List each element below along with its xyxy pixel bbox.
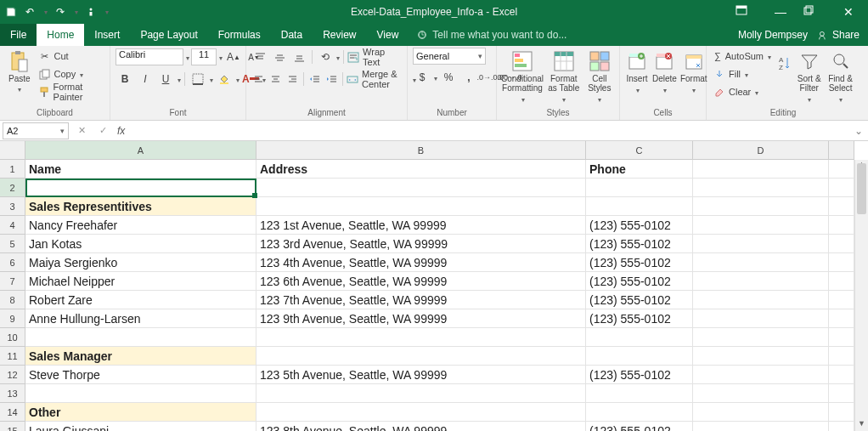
bold-button[interactable]: B bbox=[116, 71, 134, 88]
cell[interactable] bbox=[586, 179, 693, 197]
format-cells-button[interactable]: Format bbox=[680, 48, 707, 95]
undo-dropdown-icon[interactable] bbox=[42, 6, 48, 18]
cell[interactable] bbox=[693, 272, 829, 291]
user-name[interactable]: Molly Dempsey bbox=[738, 29, 808, 41]
paste-dropdown[interactable] bbox=[17, 84, 21, 94]
row-header-10[interactable]: 10 bbox=[0, 328, 25, 347]
paste-button[interactable]: Paste bbox=[5, 48, 34, 94]
cell[interactable]: Phone bbox=[586, 160, 693, 179]
row-header-4[interactable]: 4 bbox=[0, 216, 25, 235]
cell[interactable]: 123 4th Avenue, Seattle, WA 99999 bbox=[256, 253, 586, 272]
touch-mode-icon[interactable] bbox=[85, 6, 97, 18]
row-header-6[interactable]: 6 bbox=[0, 253, 25, 272]
cell[interactable] bbox=[829, 403, 854, 422]
cell[interactable]: Steve Thorpe bbox=[25, 366, 256, 384]
tab-data[interactable]: Data bbox=[271, 24, 313, 46]
row-header-9[interactable]: 9 bbox=[0, 309, 25, 328]
font-size-select[interactable]: 11 bbox=[191, 48, 217, 65]
align-middle-icon[interactable] bbox=[271, 48, 289, 65]
cell[interactable] bbox=[256, 347, 586, 366]
fill-color-dropdown[interactable] bbox=[235, 73, 240, 85]
cell[interactable] bbox=[586, 384, 693, 403]
copy-button[interactable]: Copy bbox=[37, 65, 104, 82]
comma-button[interactable]: , bbox=[459, 69, 478, 86]
cell[interactable] bbox=[693, 328, 829, 347]
cell[interactable] bbox=[829, 291, 854, 309]
row-header-8[interactable]: 8 bbox=[0, 291, 25, 309]
cell[interactable]: Maiya Sergienko bbox=[25, 253, 256, 272]
cell[interactable]: 123 8th Avenue, Seattle, WA 99999 bbox=[256, 422, 586, 431]
cell[interactable]: 123 3rd Avenue, Seattle, WA 99999 bbox=[256, 235, 586, 253]
tab-home[interactable]: Home bbox=[37, 24, 84, 46]
delete-cells-button[interactable]: Delete bbox=[652, 48, 677, 95]
cell[interactable]: 123 9th Avenue, Seattle, WA 99999 bbox=[256, 309, 586, 328]
cell[interactable] bbox=[829, 179, 854, 197]
format-table-button[interactable]: Format as Table bbox=[546, 48, 582, 105]
tab-page-layout[interactable]: Page Layout bbox=[130, 24, 207, 46]
format-painter-button[interactable]: Format Painter bbox=[37, 83, 104, 100]
save-icon[interactable] bbox=[5, 6, 17, 18]
col-header-e[interactable] bbox=[829, 141, 854, 160]
tab-view[interactable]: View bbox=[367, 24, 409, 46]
cell[interactable] bbox=[693, 347, 829, 366]
cell[interactable] bbox=[693, 291, 829, 309]
increase-font-icon[interactable]: A▲ bbox=[224, 48, 243, 65]
cell[interactable] bbox=[829, 347, 854, 366]
cell[interactable]: Other bbox=[25, 403, 256, 422]
cell[interactable] bbox=[693, 216, 829, 235]
cell[interactable] bbox=[25, 384, 256, 403]
clear-button[interactable]: Clear bbox=[712, 83, 773, 100]
cell[interactable]: (123) 555-0102 bbox=[586, 272, 693, 291]
formula-bar-expand-icon[interactable]: ⌄ bbox=[854, 125, 868, 137]
cell[interactable]: 123 5th Avenue, Seattle, WA 99999 bbox=[256, 366, 586, 384]
font-name-dropdown[interactable] bbox=[185, 51, 189, 63]
tab-file[interactable]: File bbox=[0, 24, 37, 46]
accounting-format-button[interactable]: $ bbox=[413, 69, 431, 86]
cell[interactable] bbox=[586, 197, 693, 216]
cell[interactable] bbox=[693, 422, 829, 431]
increase-indent-icon[interactable] bbox=[324, 71, 340, 88]
cell[interactable]: (123) 555-0102 bbox=[586, 235, 693, 253]
tab-review[interactable]: Review bbox=[313, 24, 366, 46]
row-header-3[interactable]: 3 bbox=[0, 197, 25, 216]
cell[interactable] bbox=[829, 253, 854, 272]
row-header-11[interactable]: 11 bbox=[0, 347, 25, 366]
accounting-dropdown[interactable] bbox=[433, 71, 437, 83]
font-name-select[interactable]: Calibri bbox=[116, 48, 183, 65]
borders-dropdown[interactable] bbox=[209, 73, 213, 85]
decrease-indent-icon[interactable] bbox=[307, 71, 323, 88]
cell[interactable] bbox=[829, 216, 854, 235]
borders-button[interactable] bbox=[189, 71, 207, 88]
increase-decimal-icon[interactable]: .0→.00 bbox=[480, 69, 499, 86]
tell-me-search[interactable]: Tell me what you want to do... bbox=[417, 24, 566, 46]
redo-icon[interactable]: ↷ bbox=[54, 6, 66, 18]
cell[interactable] bbox=[25, 328, 256, 347]
cell[interactable]: (123) 555-0102 bbox=[586, 216, 693, 235]
row-header-15[interactable]: 15 bbox=[0, 422, 25, 431]
maximize-icon[interactable] bbox=[803, 5, 826, 19]
cell[interactable]: Address bbox=[256, 160, 586, 179]
minimize-icon[interactable]: — bbox=[769, 5, 792, 19]
cell[interactable] bbox=[829, 384, 854, 403]
orientation-dropdown[interactable] bbox=[335, 51, 340, 63]
cell[interactable] bbox=[256, 328, 586, 347]
cell[interactable] bbox=[693, 403, 829, 422]
cell[interactable] bbox=[693, 160, 829, 179]
cell[interactable]: 123 1st Avenue, Seattle, WA 99999 bbox=[256, 216, 586, 235]
sort-filter-button[interactable]: Sort & Filter bbox=[795, 48, 823, 105]
cell[interactable] bbox=[829, 272, 854, 291]
percent-button[interactable]: % bbox=[439, 69, 458, 86]
cell[interactable] bbox=[693, 366, 829, 384]
cell[interactable] bbox=[256, 179, 586, 197]
cell[interactable]: (123) 555-0102 bbox=[586, 422, 693, 431]
col-header-b[interactable]: B bbox=[256, 141, 586, 160]
redo-dropdown-icon[interactable] bbox=[73, 6, 78, 18]
cell[interactable]: Name bbox=[25, 160, 256, 179]
conditional-formatting-button[interactable]: Conditional Formatting bbox=[502, 48, 543, 105]
select-all-corner[interactable] bbox=[0, 141, 25, 160]
align-center-icon[interactable] bbox=[268, 71, 284, 88]
cell[interactable] bbox=[693, 309, 829, 328]
tab-insert[interactable]: Insert bbox=[84, 24, 130, 46]
cell[interactable] bbox=[256, 403, 586, 422]
vertical-scrollbar[interactable]: ▲ ▼ bbox=[854, 160, 868, 431]
